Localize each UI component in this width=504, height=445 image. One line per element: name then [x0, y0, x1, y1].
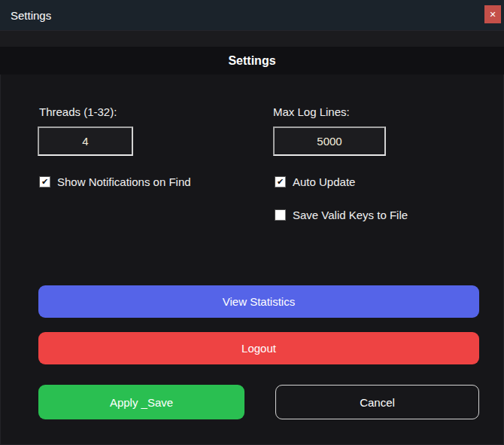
close-icon[interactable]: ✕ [484, 5, 501, 23]
checkbox-label: Show Notifications on Find [57, 175, 191, 188]
titlebar-sub-band [0, 31, 504, 47]
checkbox-unchecked-icon[interactable] [275, 209, 286, 221]
page-title: Settings [228, 54, 275, 68]
header-strip: Settings [0, 47, 504, 75]
checkbox-show-notifications[interactable]: ✔ Show Notifications on Find [39, 175, 191, 188]
checkbox-checked-icon[interactable]: ✔ [39, 176, 50, 187]
window-title: Settings [0, 9, 51, 22]
max-log-lines-input[interactable] [273, 126, 386, 156]
threads-label: Threads (1-32): [39, 105, 117, 118]
title-bar[interactable]: Settings ✕ [0, 0, 504, 31]
threads-input[interactable] [38, 126, 133, 156]
checkbox-save-valid-keys[interactable]: Save Valid Keys to File [275, 209, 408, 221]
checkbox-label: Save Valid Keys to File [293, 209, 408, 221]
checkbox-label: Auto Update [293, 175, 355, 188]
cancel-button[interactable]: Cancel [275, 385, 479, 419]
apply-save-button[interactable]: Apply _Save [38, 385, 244, 419]
logout-button[interactable]: Logout [38, 332, 479, 364]
settings-dialog: Settings ✕ Settings Threads (1-32): Max … [0, 0, 504, 445]
checkbox-auto-update[interactable]: ✔ Auto Update [275, 175, 355, 188]
max-log-lines-label: Max Log Lines: [273, 105, 350, 118]
view-statistics-button[interactable]: View Statistics [38, 285, 479, 318]
checkbox-checked-icon[interactable]: ✔ [275, 176, 286, 187]
